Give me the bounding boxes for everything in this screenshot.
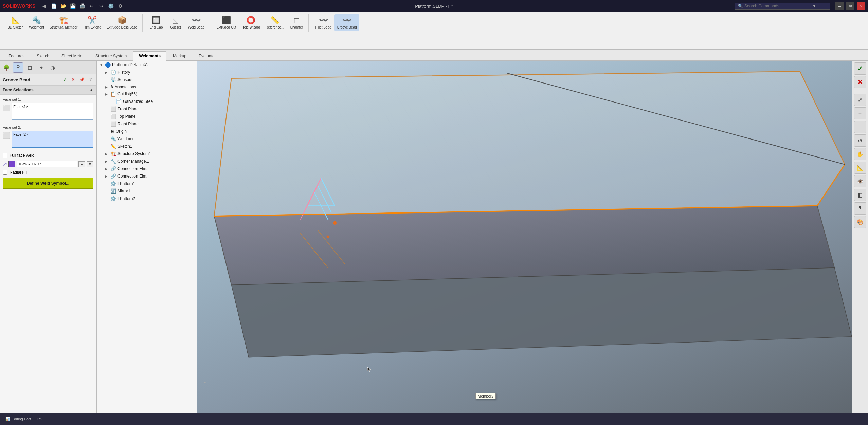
tab-structure-system[interactable]: Structure System <box>90 51 132 60</box>
open-button[interactable]: 📂 <box>58 1 68 11</box>
tree-item-sensors[interactable]: 📡 Sensors <box>97 76 197 84</box>
dimension-input[interactable] <box>17 161 77 167</box>
chamfer-button[interactable]: ◻ Chamfer <box>287 14 306 31</box>
radial-fill-checkbox[interactable] <box>3 170 7 175</box>
end-cap-button[interactable]: 🔲 End Cap <box>147 14 165 31</box>
hole-wizard-button[interactable]: ⭕ Hole Wizard <box>239 14 263 31</box>
normal-to-button[interactable]: 📐 <box>854 162 866 174</box>
tab-sketch[interactable]: Sketch <box>31 51 55 60</box>
close-button[interactable]: ✕ <box>857 2 865 10</box>
groove-bead-button[interactable]: 〰️ Groove Bead <box>334 14 359 31</box>
toolbar-group-sketch: 📐 3D Sketch 🔩 Weldment 🏗️ Structural Mem… <box>3 14 143 32</box>
tree-item-origin[interactable]: ⊕ Origin <box>97 128 197 135</box>
fillet-bead-button[interactable]: 〰️ Fillet Bead <box>313 14 333 31</box>
viewport-cancel-button[interactable]: ✕ <box>854 76 866 88</box>
color-swatch[interactable] <box>8 161 15 167</box>
tree-item-sketch1[interactable]: ✏️ Sketch1 <box>97 143 197 150</box>
view-orientation-button[interactable]: 👁️ <box>854 175 866 187</box>
tree-item-annotations[interactable]: ▶ A Annotations <box>97 84 197 90</box>
search-input[interactable] <box>744 4 812 8</box>
hide-show-button[interactable]: 👁 <box>854 202 866 215</box>
face-set2-input[interactable]: Face<2> <box>12 131 93 148</box>
tree-item-cut-list[interactable]: ▶ 📋 Cut list(56) <box>97 90 197 98</box>
tree-item-corner-manage[interactable]: ▶ 🔧 Corner Manage... <box>97 158 197 165</box>
tree-item-right-plane[interactable]: ⬜ Right Plane <box>97 120 197 128</box>
gusset-button[interactable]: ◺ Gusset <box>166 14 185 31</box>
back-button[interactable]: ◀ <box>39 1 49 11</box>
search-box[interactable]: 🔍 ▼ <box>735 3 830 10</box>
feature-tree-toggle[interactable]: 🌳 <box>1 62 12 73</box>
print-button[interactable]: 🖨️ <box>77 1 87 11</box>
extruded-cut-button[interactable]: ⬛ Extruded Cut <box>214 14 238 31</box>
extruded-boss-button[interactable]: 📦 Extruded Boss/Base <box>104 14 140 31</box>
zoom-to-fit-button[interactable]: ⤢ <box>854 94 866 106</box>
face-selections-header[interactable]: Face Selections ▲ <box>0 86 96 95</box>
tree-item-lpattern2[interactable]: ⚙️ LPattern2 <box>97 195 197 202</box>
minimize-button[interactable]: — <box>835 2 844 10</box>
tab-weldments[interactable]: Weldments <box>133 51 166 61</box>
tree-item-lpattern1[interactable]: ⚙️ LPattern1 <box>97 180 197 187</box>
weldment-icon: 🔩 <box>32 16 41 25</box>
tab-markup[interactable]: Markup <box>167 51 192 60</box>
connection-elm1-icon: 🔗 <box>110 166 116 171</box>
tree-item-connection-elm2[interactable]: ▶ 🔗 Connection Elm... <box>97 172 197 180</box>
tree-root[interactable]: ▼ 🔵 Platform (Default<A... <box>97 61 197 69</box>
reference-button[interactable]: 📏 Reference... <box>263 14 286 31</box>
display-manager-toggle[interactable]: ◑ <box>48 62 58 73</box>
full-face-weld-label: Full face weld <box>10 153 34 158</box>
tree-item-top-plane[interactable]: ⬜ Top Plane <box>97 113 197 120</box>
3d-viewport[interactable]: Y Member2 <box>197 61 852 413</box>
weld-bead-icon: 〰️ <box>192 16 201 25</box>
property-manager-toggle[interactable]: P <box>13 62 23 73</box>
spinner-down[interactable]: ▼ <box>87 161 93 167</box>
search-dropdown-icon[interactable]: ▼ <box>812 4 816 8</box>
weldment-button[interactable]: 🔩 Weldment <box>26 14 47 31</box>
save-button[interactable]: 💾 <box>68 1 77 11</box>
tree-item-connection-elm1[interactable]: ▶ 🔗 Connection Elm... <box>97 165 197 172</box>
main-area: 🌳 P ⊞ ✦ ◑ Groove Bead ✓ ✕ 📌 ? Face Selec… <box>0 61 868 413</box>
cursor-indicator <box>367 367 372 372</box>
zoom-in-button[interactable]: + <box>854 107 866 119</box>
tab-bar: Features Sketch Sheet Metal Structure Sy… <box>0 50 868 61</box>
trim-extend-button[interactable]: ✂️ Trim/Extend <box>80 14 104 31</box>
rebuild-button[interactable]: ⚙️ <box>106 1 115 11</box>
viewport-confirm-button[interactable]: ✓ <box>854 62 866 75</box>
define-weld-symbol-button[interactable]: Define Weld Symbol... <box>3 178 93 189</box>
face-set1-input[interactable]: Face<1> <box>12 103 93 120</box>
tree-item-front-plane[interactable]: ⬜ Front Plane <box>97 105 197 113</box>
3d-sketch-button[interactable]: 📐 3D Sketch <box>5 14 26 31</box>
groove-bead-confirm[interactable]: ✓ <box>61 76 68 83</box>
zoom-out-button[interactable]: − <box>854 121 866 133</box>
tab-evaluate[interactable]: Evaluate <box>193 51 220 60</box>
groove-bead-icon: 〰️ <box>342 16 351 25</box>
appearances-button[interactable]: 🎨 <box>854 216 866 228</box>
tree-item-galvanized[interactable]: 📄 Galvanized Steel <box>97 98 197 105</box>
new-button[interactable]: 📄 <box>49 1 58 11</box>
svg-line-16 <box>300 192 314 220</box>
spinner-up[interactable]: ▲ <box>78 161 85 167</box>
redo-button[interactable]: ↪ <box>96 1 106 11</box>
groove-bead-help[interactable]: ? <box>88 76 93 83</box>
face-set1-label: Face set 1: <box>3 97 93 101</box>
groove-bead-cancel[interactable]: ✕ <box>70 76 76 83</box>
display-style-button[interactable]: ◧ <box>854 189 866 201</box>
full-face-weld-checkbox[interactable] <box>3 153 7 158</box>
tree-item-structure-system1[interactable]: ▶ 🏗️ Structure System1 <box>97 150 197 158</box>
weld-bead-button[interactable]: 〰️ Weld Bead <box>185 14 207 31</box>
tab-sheet-metal[interactable]: Sheet Metal <box>56 51 89 60</box>
tree-item-history[interactable]: ▶ 🕐 History <box>97 69 197 76</box>
tab-features[interactable]: Features <box>3 51 30 60</box>
structural-member-icon: 🏗️ <box>59 16 68 25</box>
dim-expert-toggle[interactable]: ✦ <box>36 62 46 73</box>
config-manager-toggle[interactable]: ⊞ <box>24 62 35 73</box>
pan-view-button[interactable]: ✋ <box>854 148 866 160</box>
maximize-button[interactable]: ⧉ <box>846 2 854 10</box>
tree-item-mirror1[interactable]: 🔄 Mirror1 <box>97 187 197 195</box>
undo-button[interactable]: ↩ <box>87 1 96 11</box>
tree-item-weldment[interactable]: 🔩 Weldment <box>97 135 197 143</box>
structural-member-button[interactable]: 🏗️ Structural Member <box>47 14 80 31</box>
rotate-view-button[interactable]: ↺ <box>854 134 866 147</box>
lpattern2-icon: ⚙️ <box>110 196 116 201</box>
options-button[interactable]: ⚙ <box>115 1 125 11</box>
groove-bead-pin[interactable]: 📌 <box>78 76 86 83</box>
